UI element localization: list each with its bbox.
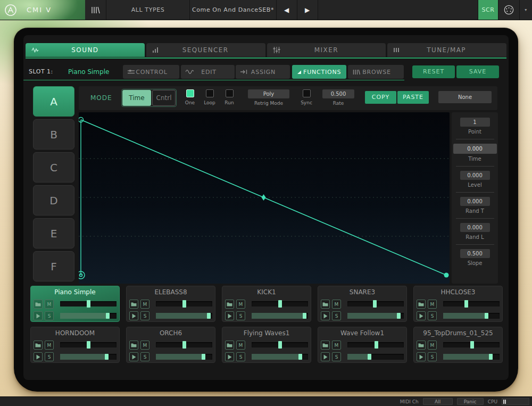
volume-handle[interactable] [397, 313, 401, 319]
arturia-logo-icon[interactable] [4, 4, 17, 16]
checkbox-box[interactable] [186, 89, 194, 97]
param-value[interactable]: 0.000 [460, 197, 490, 206]
volume-handle[interactable] [106, 313, 110, 319]
envelope-end-point[interactable] [444, 273, 449, 278]
main-tab-sound[interactable]: SOUND [26, 43, 145, 57]
assign-target-dropdown[interactable]: None [438, 91, 492, 103]
load-sample-button[interactable] [34, 341, 43, 350]
pan-slider[interactable] [252, 342, 308, 347]
next-preset-button[interactable]: ▶ [297, 0, 318, 20]
volume-handle[interactable] [303, 313, 306, 319]
sample-slot[interactable]: HHCLOSE3 M S [413, 286, 503, 322]
pan-slider[interactable] [156, 301, 212, 306]
function-button-b[interactable]: B [33, 119, 74, 150]
function-button-d[interactable]: D [33, 185, 74, 216]
play-button[interactable] [129, 311, 138, 320]
volume-slider[interactable] [60, 354, 117, 360]
main-tab-tune-map[interactable]: TUNE/MAP [387, 43, 506, 57]
pan-handle[interactable] [278, 341, 282, 349]
volume-slider[interactable] [252, 313, 308, 319]
pan-handle[interactable] [464, 300, 468, 308]
sample-slot[interactable]: SNARE3 M S [318, 286, 407, 322]
pan-slider[interactable] [252, 301, 308, 306]
checkbox-box[interactable] [303, 89, 311, 97]
play-button[interactable] [34, 352, 43, 361]
mute-button[interactable]: M [236, 341, 245, 350]
play-button[interactable] [417, 311, 426, 320]
checkbox-run[interactable]: Run [222, 89, 236, 105]
retrig-mode-value[interactable]: Poly [248, 89, 289, 98]
paste-button[interactable]: PASTE [397, 91, 429, 104]
volume-slider[interactable] [156, 354, 212, 360]
midi-channel-select[interactable]: All [423, 398, 453, 405]
play-button[interactable] [321, 352, 330, 361]
preset-name[interactable]: Come On And DanceSEB* [190, 0, 277, 20]
volume-slider[interactable] [443, 354, 500, 360]
load-sample-button[interactable] [417, 341, 426, 350]
function-button-a[interactable]: A [33, 86, 74, 117]
play-button[interactable] [34, 311, 43, 320]
midi-settings-button[interactable] [498, 0, 520, 20]
volume-handle[interactable] [298, 354, 302, 360]
mute-button[interactable]: M [428, 300, 437, 309]
sample-slot[interactable]: KICK1 M S [222, 286, 311, 322]
pan-handle[interactable] [278, 300, 282, 308]
volume-slider[interactable] [156, 313, 212, 319]
pan-handle[interactable] [182, 300, 186, 308]
play-button[interactable] [417, 352, 426, 361]
pan-slider[interactable] [60, 301, 117, 306]
slot-tab-assign[interactable]: ASSIGN [236, 65, 290, 79]
load-sample-button[interactable] [34, 300, 43, 309]
function-button-f[interactable]: F [33, 251, 74, 281]
function-envelope-editor[interactable] [79, 112, 450, 284]
slot-tab-edit[interactable]: EDIT [181, 65, 235, 79]
volume-slider[interactable] [347, 313, 404, 319]
param-value[interactable]: 0.000 [460, 171, 490, 180]
volume-handle[interactable] [489, 354, 493, 360]
sample-slot[interactable]: ORCH6 M S [126, 327, 215, 363]
mute-button[interactable]: M [45, 300, 54, 309]
scr-toggle-button[interactable]: SCR [478, 0, 498, 20]
mute-button[interactable]: M [332, 341, 341, 350]
param-value[interactable]: 0.500 [460, 249, 490, 258]
solo-button[interactable]: S [45, 311, 54, 320]
mute-button[interactable]: M [236, 300, 245, 309]
panic-button[interactable]: Panic [457, 398, 484, 405]
mute-button[interactable]: M [140, 341, 149, 350]
pan-handle[interactable] [87, 300, 90, 308]
solo-button[interactable]: S [332, 311, 341, 320]
solo-button[interactable]: S [428, 311, 437, 320]
solo-button[interactable]: S [428, 352, 437, 361]
envelope-midpoint-handle[interactable] [262, 194, 266, 201]
previous-preset-button[interactable]: ◀ [277, 0, 297, 20]
pan-handle[interactable] [87, 341, 90, 349]
volume-slider[interactable] [60, 313, 117, 319]
param-value[interactable]: 0.000 [460, 223, 490, 232]
slot-tab-control[interactable]: CONTROL [123, 65, 179, 79]
sample-slot[interactable]: Piano Simple M S [30, 286, 120, 322]
solo-button[interactable]: S [236, 352, 245, 361]
mute-button[interactable]: M [428, 341, 437, 350]
load-sample-button[interactable] [321, 300, 330, 309]
mute-button[interactable]: M [140, 300, 149, 309]
solo-button[interactable]: S [236, 311, 245, 320]
solo-button[interactable]: S [45, 352, 54, 361]
function-button-c[interactable]: C [33, 152, 74, 183]
function-button-e[interactable]: E [33, 218, 74, 248]
rate-value[interactable]: 0.500 [322, 89, 354, 98]
load-sample-button[interactable] [129, 341, 138, 350]
pan-handle[interactable] [470, 341, 474, 349]
mute-button[interactable]: M [332, 300, 341, 309]
volume-handle[interactable] [368, 354, 371, 360]
pan-handle[interactable] [375, 341, 378, 349]
preset-browser-button[interactable] [85, 0, 106, 20]
titlebar-menu-button[interactable]: ▾ [520, 0, 532, 20]
pan-slider[interactable] [60, 342, 117, 347]
cntrl-mode-button[interactable]: Cntrl [152, 90, 176, 106]
checkbox-loop[interactable]: Loop [203, 89, 217, 105]
load-sample-button[interactable] [129, 300, 138, 309]
slot-tab-functions[interactable]: FUNCTIONS [292, 65, 346, 79]
load-sample-button[interactable] [225, 341, 234, 350]
volume-handle[interactable] [105, 354, 109, 360]
reset-button[interactable]: RESET [412, 65, 455, 78]
